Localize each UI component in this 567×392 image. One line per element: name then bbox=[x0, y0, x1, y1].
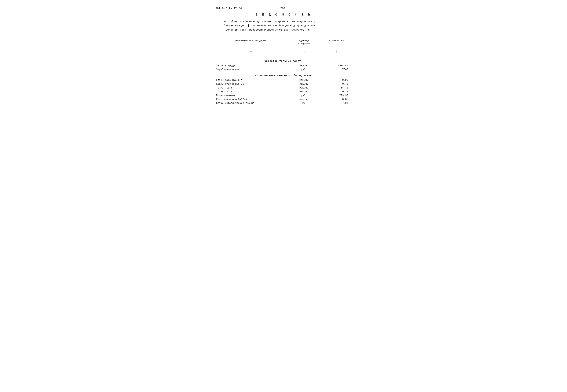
row-name: Краны башенные 5 т bbox=[215, 79, 286, 82]
row-qty: 9,99 bbox=[322, 79, 352, 82]
section-heading-1: Строительные машины и оборудование bbox=[215, 74, 352, 77]
row-name: То же, 25 т bbox=[215, 90, 286, 93]
row-qty: 0,23 bbox=[322, 90, 352, 93]
table-row: То же, I5 тмаш.ч.34,76 bbox=[215, 86, 352, 90]
col-qty-header: Количество bbox=[322, 39, 352, 45]
row-unit: маш.ч. bbox=[286, 86, 322, 89]
table-section: Наименование ресурсов Единица измерения … bbox=[215, 36, 352, 105]
row-name: Заработная плата bbox=[215, 68, 286, 71]
row-qty: 34,76 bbox=[322, 86, 352, 89]
row-num-1: I bbox=[215, 51, 286, 54]
table-row: Краны башенные 5 тмаш.ч.9,99 bbox=[215, 78, 352, 82]
row-unit: маш.ч. bbox=[286, 90, 322, 93]
row-unit: руб. bbox=[286, 94, 322, 97]
row-name: Затраты труда bbox=[215, 64, 286, 67]
table-row: Заработная платаруб.I868 bbox=[215, 68, 352, 71]
dashed-line-1 bbox=[215, 36, 352, 36]
table-row: Сетки металлические тканыем27,2I bbox=[215, 101, 352, 105]
table-row: Краны гусеничные IО тмаш.ч.0,48 bbox=[215, 82, 352, 86]
row-qty: I868 bbox=[322, 68, 352, 71]
row-unit: чел.ч. bbox=[286, 64, 322, 67]
row-qty: 7,2I bbox=[322, 102, 352, 105]
subtitle-line3: ·селенных мест производительностью 63-I0… bbox=[224, 28, 311, 31]
dashed-line-3 bbox=[215, 57, 352, 57]
header: 90I-8-2 Ал.IУ.84 I63 bbox=[215, 7, 352, 10]
subtitle: потребности в производственных ресурсах … bbox=[224, 20, 343, 32]
row-name: Сетки металлические тканые bbox=[215, 102, 286, 105]
row-unit: руб. bbox=[286, 68, 322, 71]
row-numbers: I 2 3 bbox=[215, 50, 352, 55]
table-row: Растворонасосы 3м3/часмаш.ч.0,65 bbox=[215, 98, 352, 101]
row-qty: 0,48 bbox=[322, 83, 352, 85]
col-unit-header: Единица измерения bbox=[286, 39, 322, 45]
row-name: Прочие машины bbox=[215, 94, 286, 97]
table-row: Прочие машиныруб.I99,98 bbox=[215, 94, 352, 98]
row-unit: маш.ч. bbox=[286, 98, 322, 101]
row-unit: м2 bbox=[286, 102, 322, 105]
row-num-3: 3 bbox=[322, 51, 352, 54]
sections-container: Общестроительные работыЗатраты трудачел.… bbox=[215, 60, 352, 105]
col-name-header: Наименование ресурсов bbox=[215, 39, 286, 45]
row-unit: маш.ч. bbox=[286, 83, 322, 85]
table-row: То же, 25 тмаш.ч.0,23 bbox=[215, 90, 352, 94]
title-main: В Е Д О М О С Т Ь bbox=[215, 13, 352, 16]
row-name: Краны гусеничные IО т bbox=[215, 83, 286, 85]
row-name: То же, I5 т bbox=[215, 86, 286, 89]
page-number: I63 bbox=[228, 7, 338, 10]
section-heading-0: Общестроительные работы bbox=[215, 60, 352, 63]
row-name: Растворонасосы 3м3/час bbox=[215, 98, 286, 101]
title-block: В Е Д О М О С Т Ь потребности в производ… bbox=[215, 13, 352, 32]
dashed-line-2 bbox=[215, 48, 352, 48]
row-qty: 2594,4I bbox=[322, 64, 352, 67]
subtitle-line1: потребности в производственных ресурсах … bbox=[224, 20, 317, 23]
row-qty: I99,98 bbox=[322, 94, 352, 97]
row-unit: маш.ч. bbox=[286, 79, 322, 82]
table-row: Затраты трудачел.ч.2594,4I bbox=[215, 64, 352, 68]
row-qty: 0,65 bbox=[322, 98, 352, 101]
page: 90I-8-2 Ал.IУ.84 I63 В Е Д О М О С Т Ь п… bbox=[215, 7, 352, 105]
table-header: Наименование ресурсов Единица измерения … bbox=[215, 38, 352, 46]
subtitle-line2: "Установка для фторирования питьевой вод… bbox=[224, 24, 315, 27]
row-num-2: 2 bbox=[286, 51, 322, 54]
